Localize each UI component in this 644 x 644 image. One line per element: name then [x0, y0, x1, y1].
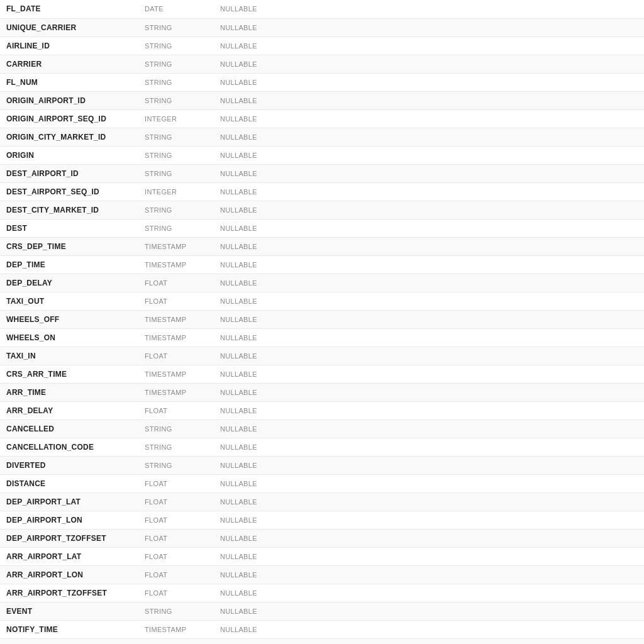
- field-nullable: NULLABLE: [214, 474, 644, 492]
- table-row: ORIGINSTRINGNULLABLE: [0, 146, 644, 164]
- field-type: STRING: [138, 73, 214, 91]
- field-name: ARR_AIRPORT_LON: [0, 565, 138, 584]
- field-nullable: NULLABLE: [214, 401, 644, 419]
- field-name: DEP_AIRPORT_LON: [0, 511, 138, 529]
- field-type: FLOAT: [138, 274, 214, 292]
- field-nullable: NULLABLE: [214, 274, 644, 292]
- field-name: EVENT_DATA: [0, 638, 138, 644]
- field-type: STRING: [138, 55, 214, 73]
- field-nullable: NULLABLE: [214, 638, 644, 644]
- table-row: DESTSTRINGNULLABLE: [0, 219, 644, 237]
- table-row: ARR_TIMETIMESTAMPNULLABLE: [0, 383, 644, 401]
- field-nullable: NULLABLE: [214, 73, 644, 91]
- field-nullable: NULLABLE: [214, 328, 644, 347]
- table-row: EVENTSTRINGNULLABLE: [0, 602, 644, 620]
- field-type: DATE: [138, 0, 214, 18]
- field-name: DEST_AIRPORT_SEQ_ID: [0, 182, 138, 201]
- field-type: TIMESTAMP: [138, 383, 214, 401]
- field-name: DEP_TIME: [0, 255, 138, 274]
- field-type: FLOAT: [138, 474, 214, 492]
- table-row: TAXI_OUTFLOATNULLABLE: [0, 292, 644, 310]
- field-name: ORIGIN_AIRPORT_ID: [0, 91, 138, 109]
- field-name: NOTIFY_TIME: [0, 620, 138, 638]
- field-name: WHEELS_ON: [0, 328, 138, 347]
- field-type: STRING: [138, 456, 214, 474]
- field-nullable: NULLABLE: [214, 109, 644, 128]
- field-name: ARR_TIME: [0, 383, 138, 401]
- field-name: ARR_DELAY: [0, 401, 138, 419]
- field-nullable: NULLABLE: [214, 36, 644, 55]
- field-nullable: NULLABLE: [214, 492, 644, 511]
- field-name: DEST: [0, 219, 138, 237]
- field-name: DIVERTED: [0, 456, 138, 474]
- table-row: DEP_DELAYFLOATNULLABLE: [0, 274, 644, 292]
- table-row: AIRLINE_IDSTRINGNULLABLE: [0, 36, 644, 55]
- field-nullable: NULLABLE: [214, 292, 644, 310]
- table-row: DEP_AIRPORT_LONFLOATNULLABLE: [0, 511, 644, 529]
- field-nullable: NULLABLE: [214, 128, 644, 146]
- field-type: STRING: [138, 146, 214, 164]
- table-row: WHEELS_OFFTIMESTAMPNULLABLE: [0, 310, 644, 328]
- field-nullable: NULLABLE: [214, 146, 644, 164]
- field-type: TIMESTAMP: [138, 237, 214, 255]
- field-nullable: NULLABLE: [214, 511, 644, 529]
- field-type: STRING: [138, 91, 214, 109]
- field-type: STRING: [138, 602, 214, 620]
- field-name: CRS_ARR_TIME: [0, 365, 138, 383]
- table-row: FL_DATEDATENULLABLE: [0, 0, 644, 18]
- field-nullable: NULLABLE: [214, 438, 644, 456]
- field-nullable: NULLABLE: [214, 584, 644, 602]
- field-nullable: NULLABLE: [214, 365, 644, 383]
- field-name: UNIQUE_CARRIER: [0, 18, 138, 36]
- field-type: FLOAT: [138, 292, 214, 310]
- table-row: ORIGIN_AIRPORT_SEQ_IDINTEGERNULLABLE: [0, 109, 644, 128]
- table-row: FL_NUMSTRINGNULLABLE: [0, 73, 644, 91]
- field-nullable: NULLABLE: [214, 456, 644, 474]
- table-row: DISTANCEFLOATNULLABLE: [0, 474, 644, 492]
- field-nullable: NULLABLE: [214, 0, 644, 18]
- field-type: FLOAT: [138, 492, 214, 511]
- field-type: TIMESTAMP: [138, 255, 214, 274]
- field-type: FLOAT: [138, 511, 214, 529]
- field-type: INTEGER: [138, 109, 214, 128]
- field-type: FLOAT: [138, 565, 214, 584]
- schema-table: FL_DATEDATENULLABLEUNIQUE_CARRIERSTRINGN…: [0, 0, 644, 644]
- table-row: ORIGIN_CITY_MARKET_IDSTRINGNULLABLE: [0, 128, 644, 146]
- field-name: CARRIER: [0, 55, 138, 73]
- table-row: TAXI_INFLOATNULLABLE: [0, 347, 644, 365]
- field-nullable: NULLABLE: [214, 565, 644, 584]
- table-row: CANCELLEDSTRINGNULLABLE: [0, 419, 644, 438]
- field-name: FL_NUM: [0, 73, 138, 91]
- table-row: NOTIFY_TIMETIMESTAMPNULLABLE: [0, 620, 644, 638]
- field-name: DEST_CITY_MARKET_ID: [0, 201, 138, 219]
- field-name: DEST_AIRPORT_ID: [0, 164, 138, 182]
- field-nullable: NULLABLE: [214, 419, 644, 438]
- field-type: FLOAT: [138, 547, 214, 565]
- field-name: EVENT: [0, 602, 138, 620]
- field-name: ARR_AIRPORT_LAT: [0, 547, 138, 565]
- field-nullable: NULLABLE: [214, 383, 644, 401]
- table-row: ARR_AIRPORT_LATFLOATNULLABLE: [0, 547, 644, 565]
- table-row: DEP_AIRPORT_TZOFFSETFLOATNULLABLE: [0, 529, 644, 547]
- field-type: STRING: [138, 36, 214, 55]
- field-name: DISTANCE: [0, 474, 138, 492]
- field-type: FLOAT: [138, 347, 214, 365]
- field-nullable: NULLABLE: [214, 18, 644, 36]
- field-nullable: NULLABLE: [214, 91, 644, 109]
- field-nullable: NULLABLE: [214, 182, 644, 201]
- field-name: AIRLINE_ID: [0, 36, 138, 55]
- field-name: FL_DATE: [0, 0, 138, 18]
- field-type: TIMESTAMP: [138, 328, 214, 347]
- field-type: STRING: [138, 438, 214, 456]
- field-name: TAXI_OUT: [0, 292, 138, 310]
- field-name: DEP_AIRPORT_TZOFFSET: [0, 529, 138, 547]
- field-type: STRING: [138, 638, 214, 644]
- table-row: DEP_TIMETIMESTAMPNULLABLE: [0, 255, 644, 274]
- field-type: INTEGER: [138, 182, 214, 201]
- table-row: CANCELLATION_CODESTRINGNULLABLE: [0, 438, 644, 456]
- table-row: DIVERTEDSTRINGNULLABLE: [0, 456, 644, 474]
- field-type: STRING: [138, 419, 214, 438]
- field-name: ORIGIN: [0, 146, 138, 164]
- field-nullable: NULLABLE: [214, 255, 644, 274]
- table-row: DEST_CITY_MARKET_IDSTRINGNULLABLE: [0, 201, 644, 219]
